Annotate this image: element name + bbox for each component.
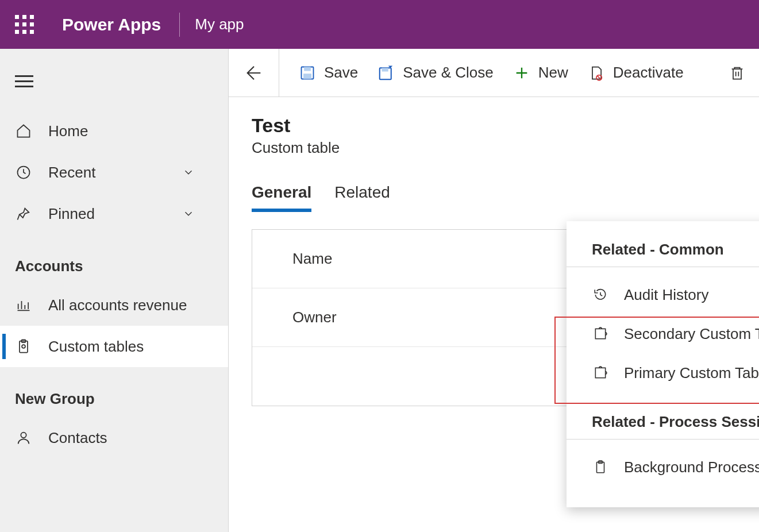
sidebar-item-custom-tables[interactable]: Custom tables bbox=[0, 326, 228, 367]
command-label: New bbox=[538, 64, 568, 82]
person-icon bbox=[15, 429, 32, 446]
sidebar-item-label: Recent bbox=[48, 164, 95, 182]
related-section-common: Related - Common bbox=[567, 241, 759, 267]
tab-general[interactable]: General bbox=[252, 183, 311, 212]
brand-title: Power Apps bbox=[62, 15, 161, 34]
sidebar: Home Recent Pinned Accounts A bbox=[0, 49, 229, 532]
tab-related[interactable]: Related bbox=[334, 183, 390, 212]
home-icon bbox=[15, 122, 32, 140]
plus-icon bbox=[513, 64, 530, 82]
command-label: Save & Close bbox=[403, 64, 494, 82]
sidebar-item-contacts[interactable]: Contacts bbox=[0, 417, 228, 458]
puzzle-icon bbox=[592, 325, 609, 342]
clipboard-icon bbox=[15, 338, 32, 355]
save-button[interactable]: Save bbox=[299, 64, 358, 82]
field-label: Owner bbox=[292, 309, 337, 326]
related-section-process-sessions: Related - Process Sessions bbox=[567, 413, 759, 440]
related-item-secondary-relationship[interactable]: Secondary Custom Table Relationship bbox=[567, 314, 759, 353]
svg-point-4 bbox=[21, 433, 26, 438]
svg-rect-11 bbox=[595, 329, 605, 338]
svg-rect-6 bbox=[304, 67, 311, 71]
command-label: Save bbox=[324, 64, 358, 82]
main-area: Save Save & Close New Deactivate bbox=[229, 49, 759, 532]
related-item-label: Secondary Custom Table Relationship bbox=[624, 325, 759, 343]
svg-rect-12 bbox=[595, 368, 605, 377]
sidebar-item-label: Custom tables bbox=[48, 338, 144, 356]
sidebar-item-label: Home bbox=[48, 122, 88, 140]
related-item-label: Background Processes bbox=[624, 458, 759, 476]
related-dropdown: Related - Common Audit History Secondary… bbox=[567, 221, 759, 507]
pin-icon bbox=[15, 205, 32, 222]
sidebar-item-home[interactable]: Home bbox=[0, 110, 228, 152]
sidebar-group-accounts: Accounts bbox=[0, 234, 228, 284]
svg-point-3 bbox=[22, 345, 25, 348]
app-name[interactable]: My app bbox=[195, 16, 244, 33]
back-button[interactable] bbox=[229, 49, 279, 97]
field-label: Name bbox=[292, 250, 332, 268]
related-item-label: Audit History bbox=[624, 286, 708, 304]
menu-toggle-icon[interactable] bbox=[0, 55, 228, 110]
sidebar-item-recent[interactable]: Recent bbox=[0, 152, 228, 193]
related-item-background-processes[interactable]: Background Processes bbox=[567, 448, 759, 487]
puzzle-icon bbox=[592, 364, 609, 381]
sidebar-item-pinned[interactable]: Pinned bbox=[0, 193, 228, 234]
record-title: Test bbox=[252, 114, 736, 137]
delete-button[interactable] bbox=[729, 65, 745, 81]
record-header: Test Custom table bbox=[229, 97, 759, 163]
chevron-down-icon bbox=[180, 205, 197, 222]
related-item-label: Primary Custom Table Relationship bbox=[624, 364, 759, 382]
chevron-down-icon bbox=[180, 164, 197, 181]
new-button[interactable]: New bbox=[513, 64, 568, 82]
app-launcher-icon[interactable] bbox=[15, 15, 34, 34]
tab-list: General Related bbox=[229, 163, 759, 212]
sidebar-group-new-group: New Group bbox=[0, 367, 228, 417]
clock-icon bbox=[15, 164, 32, 181]
svg-rect-7 bbox=[303, 74, 311, 79]
svg-rect-9 bbox=[382, 68, 388, 71]
sidebar-item-label: Pinned bbox=[48, 205, 95, 223]
deactivate-icon bbox=[588, 64, 605, 82]
save-and-close-button[interactable]: Save & Close bbox=[377, 64, 494, 82]
divider bbox=[179, 13, 180, 37]
command-bar: Save Save & Close New Deactivate bbox=[229, 49, 759, 97]
record-subtitle: Custom table bbox=[252, 139, 736, 157]
clipboard-icon bbox=[592, 458, 609, 476]
save-close-icon bbox=[377, 64, 395, 82]
top-bar: Power Apps My app bbox=[0, 0, 759, 49]
save-icon bbox=[299, 64, 316, 82]
deactivate-button[interactable]: Deactivate bbox=[588, 64, 684, 82]
related-item-primary-relationship[interactable]: Primary Custom Table Relationship bbox=[567, 353, 759, 392]
sidebar-item-all-accounts-revenue[interactable]: All accounts revenue bbox=[0, 284, 228, 326]
related-item-audit-history[interactable]: Audit History bbox=[567, 275, 759, 314]
sidebar-item-label: Contacts bbox=[48, 429, 107, 447]
chart-icon bbox=[15, 296, 32, 314]
command-label: Deactivate bbox=[613, 64, 684, 82]
sidebar-item-label: All accounts revenue bbox=[48, 296, 187, 314]
history-icon bbox=[592, 286, 609, 303]
